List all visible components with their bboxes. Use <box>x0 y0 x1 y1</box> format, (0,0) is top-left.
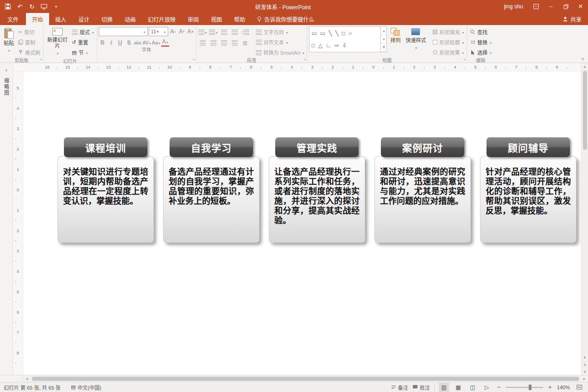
shape-fill-button[interactable]: 形状填充 <box>432 28 465 36</box>
language-indicator[interactable]: 中文(中国) <box>71 384 101 391</box>
format-painter-button[interactable]: 格式刷 <box>17 48 41 57</box>
font-size-combo[interactable]: 11+ <box>149 27 168 36</box>
shape-icon[interactable]: ⇩ <box>342 43 347 49</box>
numbering-icon[interactable] <box>209 28 218 36</box>
ribbon-tab[interactable]: 帮助 <box>228 13 251 25</box>
layout-button[interactable]: 版式 <box>71 28 95 36</box>
zoom-slider[interactable] <box>506 387 543 388</box>
card-body[interactable]: 通过对经典案例的研究和研讨，迅速提高意识与能力，尤其是对实践工作问题的应对措施。 <box>374 156 471 243</box>
ribbon-tab[interactable]: 视图 <box>205 13 228 25</box>
quick-styles-button[interactable]: 快速样式 <box>404 26 428 52</box>
ribbon-display-options-icon[interactable] <box>529 0 544 13</box>
ribbon-tab[interactable]: 幻灯片放映 <box>142 13 182 25</box>
reading-view-button[interactable] <box>468 383 478 392</box>
card-body[interactable]: 针对产品经理的核心管理活动，顾问开展结构化的诊断和辅导工作，帮助其识别误区，激发… <box>480 156 576 243</box>
scroll-right-icon[interactable] <box>581 375 588 382</box>
columns-icon[interactable]: ▥ <box>241 38 250 47</box>
previous-slide-icon[interactable] <box>582 361 588 368</box>
italic-button[interactable]: I <box>107 38 115 47</box>
user-name[interactable]: jing shu <box>504 3 523 10</box>
font-dialog-launcher-icon[interactable] <box>192 57 195 61</box>
slide-card[interactable]: 案例研讨 通过对经典案例的研究和研讨，迅速提高意识与能力，尤其是对实践工作问题的… <box>374 137 471 243</box>
ribbon-tab[interactable]: 动画 <box>119 13 142 25</box>
slide-card[interactable]: 管理实践 让备选产品经理执行一系列实际工作和任务，或者进行制度的落地实施，并进行… <box>269 137 365 243</box>
card-title[interactable]: 案例研讨 <box>381 137 464 157</box>
ribbon-tab[interactable]: 审阅 <box>182 13 205 25</box>
character-spacing-button[interactable]: AV <box>143 38 151 47</box>
new-slide-button[interactable]: 新建幻灯片 <box>45 26 70 57</box>
slide-card[interactable]: 顾问辅导 针对产品经理的核心管理活动，顾问开展结构化的诊断和辅导工作，帮助其识别… <box>480 137 576 243</box>
card-body[interactable]: 让备选产品经理执行一系列实际工作和任务，或者进行制度的落地实施，并进行深入的探讨… <box>269 156 365 243</box>
new-slide-dropdown-icon[interactable] <box>57 50 59 57</box>
clipboard-dialog-launcher-icon[interactable] <box>39 57 42 61</box>
grow-font-button[interactable]: A▴ <box>169 27 177 36</box>
text-shadow-button[interactable]: S <box>125 38 133 47</box>
card-title[interactable]: 自我学习 <box>170 137 253 157</box>
shrink-font-button[interactable]: A▾ <box>178 27 186 36</box>
shape-icon[interactable]: ╲ <box>335 31 338 37</box>
line-spacing-icon[interactable]: ↕ <box>241 28 250 36</box>
zoom-level[interactable]: 140% <box>557 385 570 390</box>
undo-icon[interactable] <box>14 0 26 13</box>
align-center-icon[interactable] <box>209 38 218 47</box>
replace-button[interactable]: 替换 <box>469 38 493 46</box>
expand-thumbnails-button[interactable] <box>6 67 7 73</box>
align-text-button[interactable]: 对齐文本 <box>255 38 305 46</box>
customize-qat-icon[interactable] <box>50 0 62 13</box>
decrease-indent-icon[interactable] <box>220 28 228 36</box>
shape-icon[interactable]: △ <box>318 43 322 49</box>
ribbon-tab[interactable]: 切换 <box>95 13 119 25</box>
paragraph-dialog-launcher-icon[interactable] <box>303 57 306 61</box>
ribbon-tab[interactable]: 设计 <box>72 13 95 25</box>
shape-icon[interactable]: ○ <box>348 31 352 37</box>
arrange-button[interactable]: 排列 <box>388 26 402 44</box>
bullets-icon[interactable] <box>198 28 207 36</box>
notes-button[interactable]: 备注 <box>391 384 408 391</box>
vertical-scrollbar-thumb[interactable] <box>583 71 587 150</box>
restore-button[interactable] <box>558 0 573 13</box>
gallery-down-icon[interactable] <box>381 35 386 44</box>
section-button[interactable]: ▤ 节 <box>71 48 95 57</box>
cut-button[interactable]: ✂ 剪切 <box>17 28 41 36</box>
ribbon-tab[interactable]: 插入 <box>49 13 72 25</box>
slide-card[interactable]: 自我学习 备选产品经理通过有计划的自我学习，掌握产品管理的重要知识，弥补业务上的… <box>163 137 259 243</box>
bold-button[interactable]: B <box>99 38 107 47</box>
text-direction-button[interactable]: 文字方向 <box>255 28 305 36</box>
shape-icon[interactable]: ⇨ <box>335 43 339 49</box>
font-name-combo[interactable] <box>99 27 148 36</box>
paste-button[interactable]: 粘贴 <box>2 26 16 55</box>
align-right-icon[interactable] <box>220 38 228 47</box>
font-color-button[interactable]: A <box>161 38 169 47</box>
convert-smartart-button[interactable]: 转换为 SmartArt <box>255 48 305 57</box>
next-slide-icon[interactable] <box>582 368 588 375</box>
slide-card[interactable]: 课程培训 对关键知识进行专题培训，短期内帮助备选产品经理在一定程度上转变认识，掌… <box>57 137 154 243</box>
vertical-scrollbar[interactable] <box>581 63 588 375</box>
reset-button[interactable]: ↺ 重置 <box>71 38 95 46</box>
scroll-down-icon[interactable] <box>582 354 588 361</box>
card-body[interactable]: 对关键知识进行专题培训，短期内帮助备选产品经理在一定程度上转变认识，掌握技能。 <box>57 156 154 243</box>
fit-to-window-button[interactable] <box>574 383 584 392</box>
shape-outline-button[interactable]: 形状轮廓 <box>432 38 465 46</box>
gallery-up-icon[interactable] <box>381 27 386 35</box>
zoom-slider-thumb[interactable] <box>529 385 531 390</box>
shape-icon[interactable]: ╲ <box>329 31 332 37</box>
paste-dropdown-icon[interactable] <box>8 47 10 54</box>
card-body[interactable]: 备选产品经理通过有计划的自我学习，掌握产品管理的重要知识，弥补业务上的短板。 <box>163 156 259 243</box>
shapes-gallery[interactable]: ▭▭╲╲□○ □△∟⇨⇩ <box>309 26 387 52</box>
underline-button[interactable]: U <box>116 38 124 47</box>
zoom-in-button[interactable]: + <box>547 384 553 391</box>
shape-icon[interactable]: □ <box>342 31 345 37</box>
minimize-button[interactable] <box>544 0 558 13</box>
close-button[interactable] <box>573 0 588 13</box>
card-title[interactable]: 顾问辅导 <box>487 137 570 157</box>
shape-icon[interactable]: ▭ <box>311 31 316 37</box>
ribbon-tab[interactable]: 开始 <box>26 13 49 25</box>
shape-icon[interactable]: ∟ <box>326 43 331 49</box>
normal-view-button[interactable] <box>439 383 449 392</box>
card-title[interactable]: 管理实践 <box>275 137 359 157</box>
collapse-ribbon-icon[interactable] <box>581 57 584 61</box>
shape-icon[interactable]: □ <box>311 43 315 49</box>
tab-file[interactable]: 文件 <box>0 13 26 25</box>
change-case-button[interactable]: Aa <box>152 38 160 47</box>
comments-button[interactable]: 批注 <box>412 384 430 391</box>
